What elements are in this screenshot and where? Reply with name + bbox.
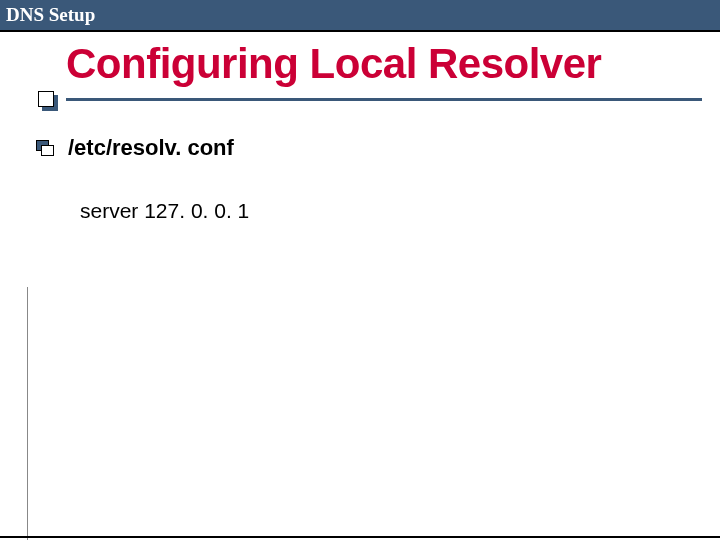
slide-area: Configuring Local Resolver /etc/resolv. … bbox=[0, 32, 720, 223]
body-text: server 127. 0. 0. 1 bbox=[80, 199, 676, 223]
window-stack-icon bbox=[36, 140, 54, 156]
header-title: DNS Setup bbox=[6, 4, 95, 26]
underline-decor-box bbox=[38, 91, 54, 107]
title-underline bbox=[66, 98, 702, 101]
bottom-border bbox=[0, 536, 720, 538]
slide-content: /etc/resolv. conf server 127. 0. 0. 1 bbox=[66, 135, 676, 223]
bullet-row: /etc/resolv. conf bbox=[66, 135, 676, 161]
header-bar: DNS Setup bbox=[0, 0, 720, 32]
slide-title: Configuring Local Resolver bbox=[66, 40, 720, 88]
bullet-text: /etc/resolv. conf bbox=[68, 135, 234, 161]
left-margin-line bbox=[27, 287, 28, 540]
